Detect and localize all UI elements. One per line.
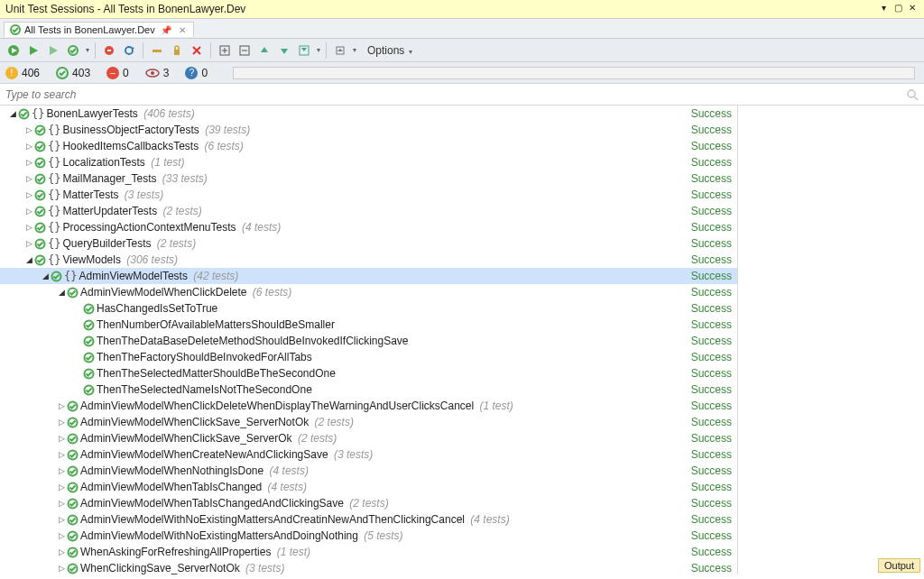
expand-toggle[interactable]: ▷ <box>23 174 34 183</box>
expand-toggle[interactable]: ▷ <box>23 158 34 167</box>
debug-button[interactable] <box>45 42 61 59</box>
tree-row[interactable]: ▷{}QueryBuilderTests (2 tests)Success <box>0 235 737 252</box>
run-all-button[interactable] <box>5 42 22 59</box>
tree-row[interactable]: ▷AdminViewModelWhenNothingIsDone (4 test… <box>0 463 737 479</box>
pass-icon <box>34 124 46 136</box>
tree-row[interactable]: ▷AdminViewModelWhenTabIsChanged (4 tests… <box>0 479 737 495</box>
tree-row[interactable]: ▷AdminViewModelWithNoExistingMattersAndD… <box>0 528 737 544</box>
tree-row[interactable]: ◢AdminViewModelWhenClickDelete (6 tests)… <box>0 284 737 300</box>
chevron-down-icon[interactable]: ▾ <box>86 46 89 54</box>
expand-toggle[interactable]: ▷ <box>23 239 34 248</box>
tree-row[interactable]: ▷{}BusinessObjectFactoryTests (39 tests)… <box>0 122 737 138</box>
test-name: WhenClickingSave_ServerNotOk (3 tests) <box>80 562 684 574</box>
status-badge: Success <box>691 318 732 331</box>
output-tab[interactable]: Output <box>878 558 920 573</box>
tree-row[interactable]: ▷AdminViewModelWhenCreateNewAndClickingS… <box>0 446 737 463</box>
expand-toggle[interactable]: ▷ <box>23 142 34 151</box>
test-count: (1 test) <box>273 546 310 558</box>
tree-row[interactable]: ThenTheDataBaseDeleteMethodShouldBeInvok… <box>0 333 737 349</box>
pin-icon[interactable]: 📌 <box>159 25 173 35</box>
expand-toggle[interactable]: ▷ <box>56 466 67 475</box>
expand-toggle[interactable]: ◢ <box>7 109 18 118</box>
pass-icon <box>34 141 46 152</box>
tree-row[interactable]: ▷AdminViewModelWithNoExistingMattersAndC… <box>0 511 737 528</box>
expand-toggle[interactable]: ▷ <box>56 450 67 459</box>
test-tree[interactable]: ◢{}BonenLawyerTests (406 tests)Success▷{… <box>0 106 738 574</box>
test-name: AdminViewModelWhenClickDelete (6 tests) <box>80 286 684 299</box>
expand-toggle[interactable]: ▷ <box>56 564 67 573</box>
test-name: WhenAskingForRefreshingAllProperties (1 … <box>80 546 684 558</box>
search-icon[interactable] <box>906 88 919 101</box>
expand-toggle[interactable]: ▷ <box>23 190 34 199</box>
tree-row[interactable]: ThenTheSelectedMatterShouldBeTheSecondOn… <box>0 365 737 381</box>
test-count: (4 tests) <box>264 481 307 493</box>
pass-icon <box>83 368 95 380</box>
tree-row[interactable]: ▷AdminViewModelWhenClickDeleteWhenDispla… <box>0 398 737 414</box>
expand-toggle[interactable]: ◢ <box>23 255 34 264</box>
chevron-down-icon[interactable]: ▾ <box>317 46 320 54</box>
expand-toggle[interactable]: ◢ <box>56 288 67 297</box>
tree-row[interactable]: ▷WhenClickingSave_ServerNotOk (3 tests)S… <box>0 560 737 574</box>
tree-row[interactable]: ◢{}ViewModels (306 tests)Success <box>0 252 737 268</box>
expand-toggle[interactable]: ▷ <box>23 125 34 134</box>
expand-toggle[interactable]: ▷ <box>56 531 67 540</box>
expand-toggle[interactable]: ▷ <box>23 223 34 232</box>
tree-row[interactable]: ThenTheSelectedNameIsNotTheSecondOneSucc… <box>0 381 737 398</box>
maximize-icon[interactable]: ▢ <box>892 4 904 14</box>
tree-row[interactable]: ▷{}HookedItemsCallbacksTests (6 tests)Su… <box>0 138 737 154</box>
expand-toggle[interactable]: ▷ <box>56 547 67 556</box>
expand-toggle[interactable]: ▷ <box>56 418 67 427</box>
lock-button[interactable] <box>169 42 185 59</box>
test-name: ViewModels (306 tests) <box>62 253 683 266</box>
close-icon[interactable]: ✕ <box>906 4 919 14</box>
dropdown-icon[interactable]: ▾ <box>877 4 890 14</box>
export-button[interactable] <box>332 42 348 59</box>
repeat-button[interactable] <box>121 42 137 59</box>
tree-row[interactable]: ◢{}BonenLawyerTests (406 tests)Success <box>0 106 737 122</box>
tree-row[interactable]: ▷{}LocalizationTests (1 test)Success <box>0 154 737 170</box>
expand-toggle[interactable]: ▷ <box>56 482 67 492</box>
expand-toggle[interactable]: ▷ <box>56 401 67 410</box>
tree-row[interactable]: ▷{}MatterUpdaterTests (2 tests)Success <box>0 203 737 219</box>
expand-toggle[interactable]: ▷ <box>23 207 34 216</box>
expand-button[interactable] <box>217 42 233 59</box>
filter-button[interactable] <box>296 42 312 59</box>
status-badge: Success <box>691 546 732 558</box>
tree-row[interactable]: ▷AdminViewModelWhenTabIsChangedAndClicki… <box>0 495 737 511</box>
tree-row[interactable]: ▷{}MailManager_Tests (33 tests)Success <box>0 170 737 187</box>
expand-toggle[interactable]: ▷ <box>56 434 67 443</box>
tree-row[interactable]: ▷AdminViewModelWhenClickSave_ServerNotOk… <box>0 414 737 430</box>
collapse-button[interactable] <box>236 42 253 59</box>
options-menu[interactable]: Options ▾ <box>364 44 416 57</box>
tab-close-icon[interactable]: ✕ <box>177 25 188 35</box>
details-pane: Output <box>738 106 924 574</box>
test-name: HookedItemsCallbacksTests (6 tests) <box>62 140 683 152</box>
chevron-down-icon[interactable]: ▾ <box>353 46 356 54</box>
tree-row[interactable]: ThenTheFactoryShouldBeInvokedForAllTabsS… <box>0 349 737 365</box>
run-button[interactable] <box>25 42 42 59</box>
up-button[interactable] <box>256 42 273 59</box>
delete-button[interactable] <box>189 42 205 59</box>
tab-session[interactable]: All Tests in BonenLawyer.Dev 📌 ✕ <box>4 22 194 37</box>
track-button[interactable] <box>149 42 165 59</box>
test-count: (2 tests) <box>311 416 354 428</box>
search-input[interactable] <box>5 88 901 101</box>
expand-toggle[interactable]: ◢ <box>40 271 51 280</box>
expand-toggle[interactable]: ▷ <box>56 515 67 524</box>
tree-row[interactable]: ThenNumberOfAvailableMattersShouldBeSmal… <box>0 317 737 333</box>
tree-row[interactable]: ▷WhenAskingForRefreshingAllProperties (1… <box>0 544 737 560</box>
run-current-button[interactable] <box>65 42 81 59</box>
tree-row[interactable]: ▷{}ProcessingActionContextMenuTests (4 t… <box>0 219 737 235</box>
stop-button[interactable] <box>101 42 117 59</box>
pass-icon <box>67 400 79 412</box>
expand-toggle[interactable]: ▷ <box>56 499 67 508</box>
tree-row[interactable]: ▷{}MatterTests (3 tests)Success <box>0 187 737 203</box>
tree-row[interactable]: ▷AdminViewModelWhenClickSave_ServerOk (2… <box>0 430 737 446</box>
test-name: BusinessObjectFactoryTests (39 tests) <box>62 124 683 136</box>
pass-icon <box>67 563 79 574</box>
tree-row[interactable]: HasChangedIsSetToTrueSuccess <box>0 300 737 317</box>
namespace-icon: {} <box>48 188 60 201</box>
down-button[interactable] <box>276 42 292 59</box>
tree-row[interactable]: ◢{}AdminViewModelTests (42 tests)Success <box>0 268 737 284</box>
eye-icon <box>145 68 160 78</box>
